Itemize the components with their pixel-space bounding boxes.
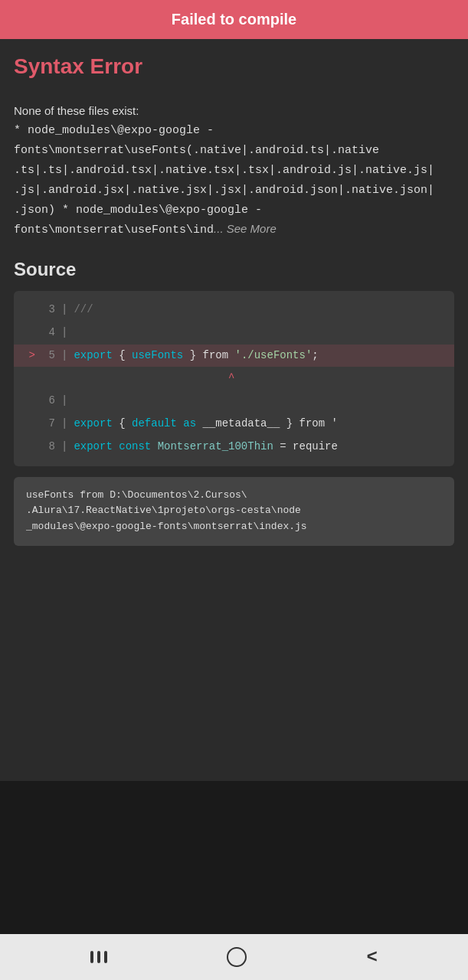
- pipe-7: |: [61, 415, 67, 433]
- code-line-3: > 3 | ///: [14, 299, 454, 322]
- bottom-area: [0, 781, 468, 934]
- nav-lines-icon-2: [97, 951, 100, 963]
- pipe-3: |: [61, 301, 67, 319]
- error-path-content: useFonts from D:\Documentos\2.Cursos\.Al…: [26, 489, 307, 533]
- code-line-4: > 4 |: [14, 322, 454, 345]
- pipe-4: |: [61, 324, 67, 342]
- code-line-6: > 6 |: [14, 390, 454, 413]
- error-path-text: useFonts from D:\Documentos\2.Cursos\.Al…: [26, 488, 442, 535]
- navigation-bar: <: [0, 934, 468, 980]
- error-path-message: * node_modules\@expo-google -fonts\monts…: [14, 124, 434, 237]
- line-indicator-6: >: [21, 392, 35, 410]
- line-content-caret: ^: [74, 369, 234, 387]
- source-title: Source: [14, 259, 454, 280]
- nav-lines-icon-3: [104, 951, 107, 963]
- line-indicator-7: >: [21, 415, 35, 433]
- code-block: > 3 | /// > 4 | > 5 | export { useFonts …: [14, 291, 454, 466]
- line-content-8: export const Montserrat_100Thin = requir…: [74, 438, 338, 456]
- line-number-8: 8: [38, 438, 55, 456]
- nav-recents-button[interactable]: [90, 951, 107, 963]
- pipe-6: |: [61, 392, 67, 410]
- line-indicator-8: >: [21, 438, 35, 456]
- nav-lines-icon: [90, 951, 93, 963]
- error-message: None of these files exist: * node_module…: [14, 102, 454, 240]
- pipe-caret: |: [61, 369, 67, 387]
- pipe-5: |: [61, 347, 67, 365]
- main-content: Syntax Error None of these files exist: …: [0, 39, 468, 781]
- line-content-3: ///: [74, 301, 93, 319]
- code-line-5: > 5 | export { useFonts } from './useFon…: [14, 345, 454, 368]
- pipe-8: |: [61, 438, 67, 456]
- line-number-caret: 0: [38, 369, 55, 387]
- line-number-7: 7: [38, 415, 55, 433]
- line-number-3: 3: [38, 301, 55, 319]
- header-title: Failed to compile: [172, 11, 296, 28]
- line-indicator-caret: >: [21, 369, 35, 387]
- see-more-link[interactable]: ... See More: [214, 222, 277, 235]
- line-number-6: 6: [38, 392, 55, 410]
- error-header: Failed to compile: [0, 0, 468, 39]
- error-path-box: useFonts from D:\Documentos\2.Cursos\.Al…: [14, 477, 454, 546]
- line-content-7: export { default as __metadata__ } from …: [74, 415, 338, 433]
- nav-home-button[interactable]: [227, 947, 247, 967]
- line-indicator-5: >: [21, 347, 35, 365]
- code-line-caret: > 0 | ^: [14, 367, 454, 390]
- error-message-label: None of these files exist:: [14, 104, 139, 117]
- syntax-error-title: Syntax Error: [14, 54, 454, 79]
- line-indicator-3: >: [21, 301, 35, 319]
- nav-back-button[interactable]: <: [366, 947, 377, 968]
- line-number-5: 5: [38, 347, 55, 365]
- line-indicator-4: >: [21, 324, 35, 342]
- line-content-5: export { useFonts } from './useFonts';: [74, 347, 318, 365]
- code-line-7: > 7 | export { default as __metadata__ }…: [14, 413, 454, 436]
- code-line-8: > 8 | export const Montserrat_100Thin = …: [14, 436, 454, 459]
- line-number-4: 4: [38, 324, 55, 342]
